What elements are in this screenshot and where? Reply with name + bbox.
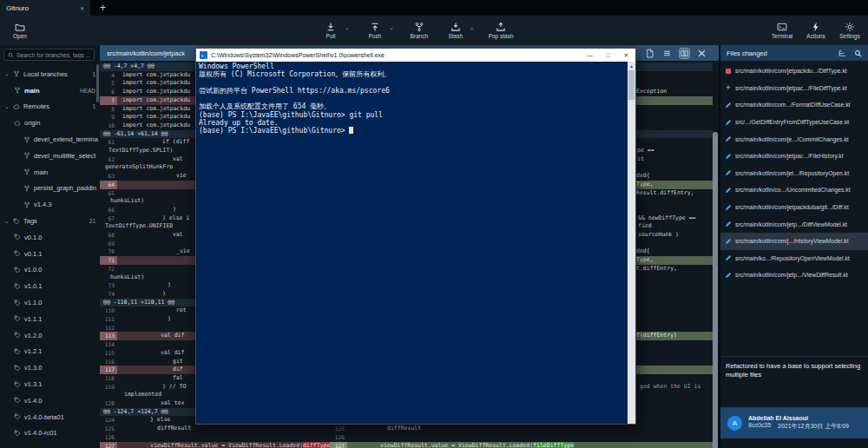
modified-status-icon — [725, 254, 732, 261]
file-changed-row[interactable]: src/main/kotlin/com/jet.../RepositoryOpe… — [720, 165, 868, 182]
sidebar-item-main[interactable]: main — [0, 164, 100, 181]
tag-icon — [14, 332, 21, 339]
sidebar-item-v1.4.3[interactable]: v1.4.3 — [0, 196, 100, 213]
chevron-down-icon[interactable]: ⌄ — [4, 218, 10, 225]
sidebar-item-v0.1.0[interactable]: v0.1.0 — [0, 229, 100, 246]
sidebar-item-v1.2.0[interactable]: v1.2.0 — [0, 327, 100, 344]
new-tab-button[interactable]: + — [100, 2, 106, 14]
sidebar-item-v1.3.0[interactable]: v1.3.0 — [0, 359, 100, 376]
file-changed-row[interactable]: src/main/kotlin/com/jetpac.../FileHistor… — [720, 148, 868, 165]
sidebar-item-label: v1.1.1 — [24, 315, 42, 323]
branch-button[interactable]: Branch — [408, 22, 431, 39]
search-icon[interactable] — [854, 49, 862, 57]
sidebar-item-label: v1.4.0-beta01 — [24, 413, 64, 421]
file-changed-row[interactable]: src/main/kotlin/com.../FormatDiffUseCase… — [720, 96, 868, 114]
diff-line-number: 61 — [100, 138, 117, 147]
commit-date: 2021年12月30日 上午8:09 — [778, 422, 849, 431]
diff-line-number: 72 — [100, 265, 117, 273]
unified-view-icon[interactable] — [662, 49, 672, 58]
diff-line-number: 64 — [100, 181, 117, 189]
sidebar-item-v1.3.1[interactable]: v1.3.1 — [0, 376, 100, 392]
lightning-icon — [811, 22, 821, 32]
maximize-button[interactable]: □ — [599, 49, 617, 62]
diff-line: viewDiffResult.value = ViewDiffResult.Lo… — [330, 442, 713, 448]
terminal-button[interactable]: Terminal — [771, 22, 793, 39]
chevron-down-icon[interactable]: ⌄ — [4, 103, 10, 110]
file-changed-row[interactable]: src/main/kotlin/com/jetp.../DiffViewMode… — [720, 215, 868, 233]
settings-button[interactable]: Settings — [838, 22, 861, 39]
sidebar-item-v1.0.1[interactable]: v1.0.1 — [0, 278, 100, 294]
sidebar-item-v1.1.1[interactable]: v1.1.1 — [0, 311, 100, 327]
branch-icon — [14, 87, 21, 94]
file-changed-row[interactable]: src/main/kotlin/com/jetpackduba/git.../D… — [720, 199, 868, 216]
push-button[interactable]: Push — [364, 22, 386, 39]
diff-line-code: viewDiffResult.value = ViewDiffResult.Lo… — [330, 442, 713, 448]
diff-line-number: 114 — [100, 340, 117, 349]
search-icon — [8, 52, 14, 58]
sidebar-item-devel-extend-termina[interactable]: devel_extend_termina — [0, 131, 100, 148]
sidebar-item-origin[interactable]: origin — [0, 115, 100, 131]
sidebar-item-tags[interactable]: ⌄Tags21 — [0, 213, 100, 229]
powershell-title-bar[interactable]: >_ C:\Windows\System32\WindowsPowerShell… — [196, 49, 635, 62]
sidebar-item-main[interactable]: mainHEAD — [0, 82, 100, 99]
stash-dropdown-chevron-icon[interactable]: ⌄ — [470, 24, 475, 31]
tab-gitnuro[interactable]: Gitnuro × — [0, 0, 90, 16]
file-changed-row[interactable]: src/main/kotlin/co.../UncommitedChanges.… — [720, 181, 868, 199]
terminal-line: Windows PowerShell — [199, 63, 633, 70]
sidebar-item-devel-multifile-select[interactable]: devel_multifile_select — [0, 148, 100, 164]
powershell-scrollbar[interactable]: ▲ — [628, 62, 635, 424]
sidebar-item-v1.1.0[interactable]: v1.1.0 — [0, 294, 100, 311]
sidebar-item-remotes[interactable]: ⌄Remotes1 — [0, 99, 100, 115]
sidebar-scrollbar[interactable] — [96, 64, 99, 102]
file-changed-row[interactable]: src/.../GetDiffEntryFromDiffTypeUseCase.… — [720, 114, 868, 131]
pop-stash-button[interactable]: Pop stash — [489, 22, 514, 39]
file-changed-row[interactable]: +src/main/kotlin/com/jetpac.../FileDiffT… — [720, 80, 868, 97]
pull-button[interactable]: Pull — [319, 22, 342, 39]
file-icon[interactable] — [645, 49, 654, 58]
diff-line-number: 67 — [100, 214, 117, 223]
file-changed-row[interactable]: src/main/ko.../RepositoryOpenViewModel.k… — [720, 250, 868, 267]
close-button[interactable]: ✕ — [617, 49, 635, 62]
sidebar-item-v1.4.0-rc01[interactable]: v1.4.0-rc01 — [0, 425, 100, 442]
sidebar-item-label: devel_multifile_select — [34, 152, 95, 160]
file-changed-row[interactable]: src/main/kotlin/com/je.../CommitChanges.… — [720, 130, 868, 148]
branch-icon — [23, 185, 30, 192]
tab-close-icon[interactable]: × — [80, 4, 84, 12]
pull-dropdown-chevron-icon[interactable]: ⌄ — [345, 24, 350, 31]
powershell-window[interactable]: >_ C:\Windows\System32\WindowsPowerShell… — [195, 48, 636, 425]
chevron-down-icon[interactable]: ⌄ — [4, 70, 10, 77]
open-button[interactable]: Open — [9, 22, 31, 39]
powershell-scroll-thumb[interactable] — [628, 70, 635, 100]
diff-line-code: viewDiffResult.value = ViewDiffResult.Lo… — [100, 442, 330, 448]
main-toolbar: Open Pull ⌄ Push ⌄ Branch — [0, 16, 868, 45]
sidebar-item-persist-graph-paddin[interactable]: persist_graph_paddin — [0, 181, 100, 197]
file-changed-row[interactable]: src/main/kotlin/com/j.../HistoryViewMode… — [720, 233, 868, 250]
file-changed-row[interactable]: src/main/kotlin/com/jetpackdu.../DiffTyp… — [720, 63, 868, 80]
stash-icon — [450, 22, 461, 32]
commit-author-bar[interactable]: A Abdellah El Aissaoui 8cc0c35 2021年12月3… — [720, 407, 868, 438]
close-icon[interactable] — [697, 49, 707, 58]
branch-icon — [23, 152, 30, 159]
file-changed-row[interactable]: src/main/kotlin/com/jetp.../ViewDiffResu… — [720, 267, 868, 284]
branch-icon — [23, 168, 30, 175]
diff-scrollbar[interactable] — [713, 132, 718, 448]
scroll-up-icon[interactable]: ▲ — [628, 62, 635, 69]
sidebar-item-v1.2.1[interactable]: v1.2.1 — [0, 344, 100, 360]
sidebar-item-v1.0.0[interactable]: v1.0.0 — [0, 262, 100, 279]
folder-icon — [15, 22, 25, 32]
split-view-icon[interactable] — [680, 49, 689, 58]
branch-search-input[interactable]: Search for branches, tags ... — [3, 49, 95, 61]
actions-button[interactable]: Actions — [805, 22, 827, 39]
sidebar-item-v1.4.0[interactable]: v1.4.0 — [0, 392, 100, 409]
sidebar-item-local-branches[interactable]: ⌄Local branches1 — [0, 66, 100, 82]
tag-icon — [14, 234, 21, 240]
minimize-button[interactable]: — — [581, 49, 599, 62]
modified-status-icon — [725, 221, 732, 227]
pop-stash-icon — [496, 22, 506, 32]
group-tree-icon[interactable] — [838, 49, 846, 57]
sidebar-item-v1.4.0-beta01[interactable]: v1.4.0-beta01 — [0, 409, 100, 425]
stash-button[interactable]: Stash — [444, 22, 467, 39]
push-dropdown-chevron-icon[interactable]: ⌄ — [389, 24, 394, 31]
sidebar-item-v0.1.1[interactable]: v0.1.1 — [0, 246, 100, 262]
powershell-terminal[interactable]: Windows PowerShell版权所有 (C) Microsoft Cor… — [196, 62, 635, 424]
